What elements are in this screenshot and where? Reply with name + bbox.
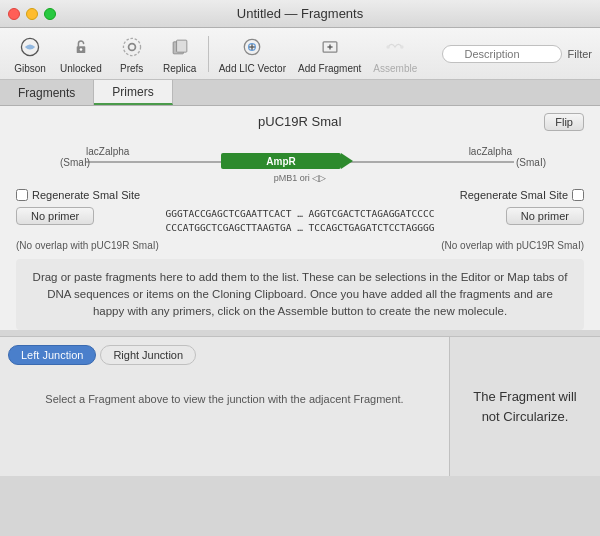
regenerate-right-label: Regenerate SmaI Site bbox=[460, 189, 584, 201]
assemble-label: Assemble bbox=[373, 63, 417, 74]
no-primer-right-button[interactable]: No primer bbox=[506, 207, 584, 225]
junction-tab-bar: Left Junction Right Junction bbox=[8, 345, 441, 365]
unlocked-label: Unlocked bbox=[60, 63, 102, 74]
bottom-left-panel: Left Junction Right Junction Select a Fr… bbox=[0, 337, 450, 476]
search-input[interactable] bbox=[442, 45, 562, 63]
title-bar: Untitled — Fragments bbox=[0, 0, 600, 28]
no-overlap-left: (No overlap with pUC19R SmaI) bbox=[16, 240, 159, 251]
tab-primers[interactable]: Primers bbox=[94, 80, 172, 105]
search-wrapper: 🔍 bbox=[442, 45, 562, 63]
gibson-label: Gibson bbox=[14, 63, 46, 74]
smal-left-label: (SmaI) bbox=[60, 157, 90, 168]
flip-button[interactable]: Flip bbox=[544, 113, 584, 131]
lacz-right-label: lacZalpha bbox=[469, 146, 512, 157]
bottom-section: Left Junction Right Junction Select a Fr… bbox=[0, 336, 600, 476]
tab-fragments[interactable]: Fragments bbox=[0, 80, 94, 105]
svg-point-15 bbox=[400, 45, 403, 48]
ampr-arrow bbox=[341, 153, 353, 169]
gibson-icon bbox=[16, 33, 44, 61]
svg-point-3 bbox=[128, 44, 135, 51]
replica-label: Replica bbox=[163, 63, 196, 74]
svg-point-4 bbox=[123, 38, 140, 55]
no-overlap-row: (No overlap with pUC19R SmaI) (No overla… bbox=[0, 238, 600, 255]
pmb1-label: pMB1 ori ◁▷ bbox=[274, 173, 327, 183]
ampr-bar: AmpR bbox=[221, 153, 341, 169]
unlocked-button[interactable]: Unlocked bbox=[56, 29, 106, 78]
checkbox-row: Regenerate SmaI Site Regenerate SmaI Sit… bbox=[0, 185, 600, 205]
toolbar-separator-1 bbox=[208, 36, 209, 72]
toolbar-search: 🔍 Filter bbox=[442, 45, 592, 63]
prefs-label: Prefs bbox=[120, 63, 143, 74]
svg-point-2 bbox=[80, 48, 83, 51]
regenerate-left-checkbox[interactable] bbox=[16, 189, 28, 201]
add-fragment-button[interactable]: Add Fragment bbox=[294, 29, 365, 78]
lacz-left-label: lacZalpha bbox=[86, 146, 129, 157]
assemble-button[interactable]: Assemble bbox=[369, 29, 421, 78]
junction-content: Select a Fragment above to view the junc… bbox=[8, 373, 441, 405]
add-fragment-icon bbox=[316, 33, 344, 61]
left-junction-tab[interactable]: Left Junction bbox=[8, 345, 96, 365]
prefs-button[interactable]: Prefs bbox=[110, 29, 154, 78]
regenerate-left-label: Regenerate SmaI Site bbox=[16, 189, 140, 201]
assemble-icon bbox=[381, 33, 409, 61]
replica-icon bbox=[166, 33, 194, 61]
regenerate-right-checkbox[interactable] bbox=[572, 189, 584, 201]
no-primer-left-button[interactable]: No primer bbox=[16, 207, 94, 225]
primer-area: No primer GGGTACCGAGCTCGAATTCACT … AGGTC… bbox=[0, 205, 600, 238]
svg-rect-6 bbox=[176, 40, 186, 52]
not-circularize-text: The Fragment will not Circularize. bbox=[466, 387, 584, 426]
prefs-icon bbox=[118, 33, 146, 61]
tab-bar: Fragments Primers bbox=[0, 80, 600, 106]
no-overlap-right: (No overlap with pUC19R SmaI) bbox=[441, 240, 584, 251]
main-content: pUC19R SmaI Flip lacZalpha AmpR lacZalph… bbox=[0, 106, 600, 330]
close-button[interactable] bbox=[8, 8, 20, 20]
svg-point-14 bbox=[387, 45, 390, 48]
instruction-text: Drag or paste fragments here to add them… bbox=[33, 271, 568, 318]
minimize-button[interactable] bbox=[26, 8, 38, 20]
toolbar: Gibson Unlocked Prefs Repl bbox=[0, 28, 600, 80]
sequence-text: GGGTACCGAGCTCGAATTCACT … AGGTCGACTCTAGAG… bbox=[94, 207, 505, 236]
smal-right-label: (SmaI) bbox=[516, 157, 546, 168]
instruction-box: Drag or paste fragments here to add them… bbox=[16, 259, 584, 331]
seq-line-2: CCCATGGCTCGAGCTTAAGTGA … TCCAGCTGAGATCTC… bbox=[102, 221, 497, 235]
sequence-diagram: lacZalpha AmpR lacZalpha (SmaI) (SmaI) p… bbox=[0, 137, 600, 185]
primer-right: No primer bbox=[506, 207, 584, 225]
gibson-button[interactable]: Gibson bbox=[8, 29, 52, 78]
right-junction-tab[interactable]: Right Junction bbox=[100, 345, 196, 365]
fragment-header: pUC19R SmaI Flip bbox=[0, 106, 600, 137]
filter-label: Filter bbox=[568, 48, 592, 60]
seq-line-1: GGGTACCGAGCTCGAATTCACT … AGGTCGACTCTAGAG… bbox=[102, 207, 497, 221]
ampr-label: AmpR bbox=[266, 156, 295, 167]
window-title: Untitled — Fragments bbox=[237, 6, 363, 21]
add-lic-vector-button[interactable]: Add LIC Vector bbox=[215, 29, 290, 78]
replica-button[interactable]: Replica bbox=[158, 29, 202, 78]
add-lic-vector-label: Add LIC Vector bbox=[219, 63, 286, 74]
add-fragment-label: Add Fragment bbox=[298, 63, 361, 74]
bottom-right-panel: The Fragment will not Circularize. bbox=[450, 337, 600, 476]
fragment-title: pUC19R SmaI bbox=[258, 114, 342, 129]
maximize-button[interactable] bbox=[44, 8, 56, 20]
add-lic-vector-icon bbox=[238, 33, 266, 61]
unlocked-icon bbox=[67, 33, 95, 61]
primer-left: No primer bbox=[16, 207, 94, 225]
traffic-lights bbox=[8, 8, 56, 20]
